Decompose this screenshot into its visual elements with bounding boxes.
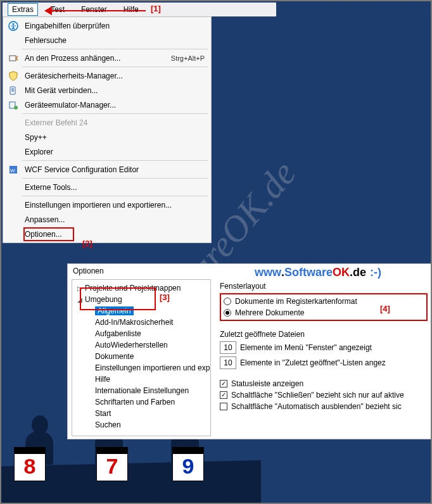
menuitem-explorer[interactable]: Explorer [3, 144, 211, 159]
menu-extras[interactable]: Extras [8, 3, 38, 16]
checkbox-icon [220, 380, 227, 387]
svg-point-6 [14, 106, 18, 110]
svg-point-1 [13, 23, 15, 25]
site-url: www.SoftwareOK.de:-) [255, 266, 381, 279]
menuitem-fehlersuche[interactable]: Fehlersuche [3, 33, 211, 47]
recent-count-1[interactable]: 10 [220, 341, 236, 354]
menuitem-eingabehilfen[interactable]: Eingabehilfen überprüfen [3, 18, 211, 33]
separator [22, 66, 208, 67]
tree-dokumente[interactable]: Dokumente [73, 351, 209, 362]
menuitem-shortcut: Strg+Alt+P [171, 54, 205, 62]
tree-label: AutoWiederherstellen [95, 341, 168, 350]
tree-international[interactable]: Internationale Einstellungen [73, 385, 209, 396]
menuitem-emulator-manager[interactable]: Geräteemulator-Manager... [3, 98, 211, 112]
separator [22, 160, 208, 161]
radio-label: Mehrere Dokumente [235, 308, 304, 317]
svg-rect-4 [11, 88, 14, 92]
tree-label: Add-In/Makrosicherheit [95, 318, 173, 327]
highlight-umgebung [80, 287, 156, 310]
svg-rect-2 [10, 56, 16, 61]
tree-label: Dokumente [95, 352, 134, 361]
tree-label: Suchen [95, 420, 121, 429]
arrow-annotation-1 [44, 6, 146, 15]
tree-aufgabenliste[interactable]: Aufgabenliste [73, 328, 209, 339]
extras-dropdown: Eingabehilfen überprüfen Fehlersuche An … [3, 16, 212, 243]
callout-3: [3] [160, 293, 170, 302]
attach-icon [8, 53, 18, 63]
radio-icon [224, 309, 231, 317]
score-card-7: 7 [96, 447, 128, 481]
tree-import-export[interactable]: Einstellungen importieren und exp [73, 362, 209, 374]
menuitem-attach-process[interactable]: An den Prozess anhängen... Strg+Alt+P [3, 51, 211, 65]
check-statusbar[interactable]: Statusleiste anzeigen [220, 378, 428, 389]
menuitem-anpassen[interactable]: Anpassen... [3, 212, 211, 227]
tree-autowiederherstellen[interactable]: AutoWiederherstellen [73, 339, 209, 351]
menuitem-label: Externe Tools... [25, 183, 205, 192]
svg-text:W: W [10, 168, 15, 173]
highlight-fensterlayout: Dokumente im Registerkartenformat Mehrer… [220, 293, 428, 321]
tree-start[interactable]: Start [73, 408, 209, 419]
tree-label: Schriftarten und Farben [95, 398, 175, 406]
menuitem-label: Gerätesicherheits-Manager... [25, 72, 205, 80]
check-label: Schaltfläche "Schließen" bezieht sich nu… [231, 391, 404, 400]
callout-2: [2] [82, 239, 92, 248]
tree-label: Start [95, 409, 111, 418]
menuitem-import-export[interactable]: Einstellungen importieren und exportiere… [3, 198, 211, 212]
menuitem-externer-befehl: Externer Befehl 24 [3, 115, 211, 130]
check-autohide[interactable]: Schaltfläche "Automatisch ausblenden" be… [220, 401, 428, 412]
tree-fonts[interactable]: Schriftarten und Farben [73, 396, 209, 408]
menuitem-device-security[interactable]: Gerätesicherheits-Manager... [3, 68, 211, 83]
menuitem-externe-tools[interactable]: Externe Tools... [3, 180, 211, 194]
checkbox-icon [220, 403, 227, 410]
menuitem-label: Mit Gerät verbinden... [25, 86, 205, 95]
highlight-optionen [23, 227, 74, 241]
recent-count-2[interactable]: 10 [220, 356, 236, 369]
separator [22, 178, 208, 179]
recent-label-1: Elemente im Menü "Fenster" angezeigt [240, 343, 372, 352]
radio-multi[interactable]: Mehrere Dokumente [224, 307, 424, 318]
tree-suchen[interactable]: Suchen [73, 419, 209, 431]
menuitem-wcf-editor[interactable]: W WCF Service Configuration Editor [3, 162, 211, 177]
separator [22, 196, 208, 196]
radio-label: Dokumente im Registerkartenformat [235, 297, 357, 306]
shield-icon [8, 71, 18, 81]
check-label: Statusleiste anzeigen [231, 379, 303, 388]
score-card-9: 9 [172, 447, 204, 481]
score-card-8: 8 [14, 447, 46, 481]
tree-label: Hilfe [95, 375, 110, 384]
menuitem-label: WCF Service Configuration Editor [25, 165, 205, 174]
menuitem-label: Anpassen... [25, 215, 205, 224]
radio-icon [224, 298, 231, 305]
emulator-icon [8, 100, 18, 110]
menuitem-label: Spy++ [25, 133, 205, 142]
recent-title: Zuletzt geöffnete Dateien [220, 330, 428, 339]
accessibility-icon [8, 21, 18, 31]
tree-label: Internationale Einstellungen [95, 386, 189, 395]
tree-addin[interactable]: Add-In/Makrosicherheit [73, 317, 209, 328]
options-pane: Fensterlayout Dokumente im Registerkarte… [213, 278, 431, 439]
separator [22, 49, 208, 49]
callout-4: [4] [380, 304, 390, 313]
check-close-active[interactable]: Schaltfläche "Schließen" bezieht sich nu… [220, 389, 428, 401]
menuitem-label: Geräteemulator-Manager... [25, 101, 205, 110]
menuitem-label: An den Prozess anhängen... [25, 54, 167, 63]
tree-label: Einstellungen importieren und exp [95, 363, 210, 372]
menuitem-label: Externer Befehl 24 [25, 118, 205, 127]
fensterlayout-title: Fensterlayout [220, 282, 428, 291]
callout-1: [1] [151, 4, 161, 13]
recent-label-2: Elemente in "Zuletzt geöffnet"-Listen an… [240, 358, 386, 367]
menuitem-device-connect[interactable]: Mit Gerät verbinden... [3, 83, 211, 98]
menuitem-label: Einstellungen importieren und exportiere… [25, 201, 205, 210]
tree-hilfe[interactable]: Hilfe [73, 374, 209, 385]
menuitem-label: Eingabehilfen überprüfen [25, 22, 205, 30]
separator [22, 113, 208, 114]
device-icon [8, 85, 18, 96]
checkbox-icon [220, 391, 227, 399]
radio-tabbed[interactable]: Dokumente im Registerkartenformat [224, 296, 424, 307]
menuitem-label: Fehlersuche [25, 36, 205, 45]
menuitem-spy[interactable]: Spy++ [3, 130, 211, 144]
check-label: Schaltfläche "Automatisch ausblenden" be… [231, 402, 402, 411]
tree-label: Aufgabenliste [95, 329, 141, 338]
menuitem-label: Explorer [25, 148, 205, 156]
wcf-icon: W [8, 165, 18, 175]
